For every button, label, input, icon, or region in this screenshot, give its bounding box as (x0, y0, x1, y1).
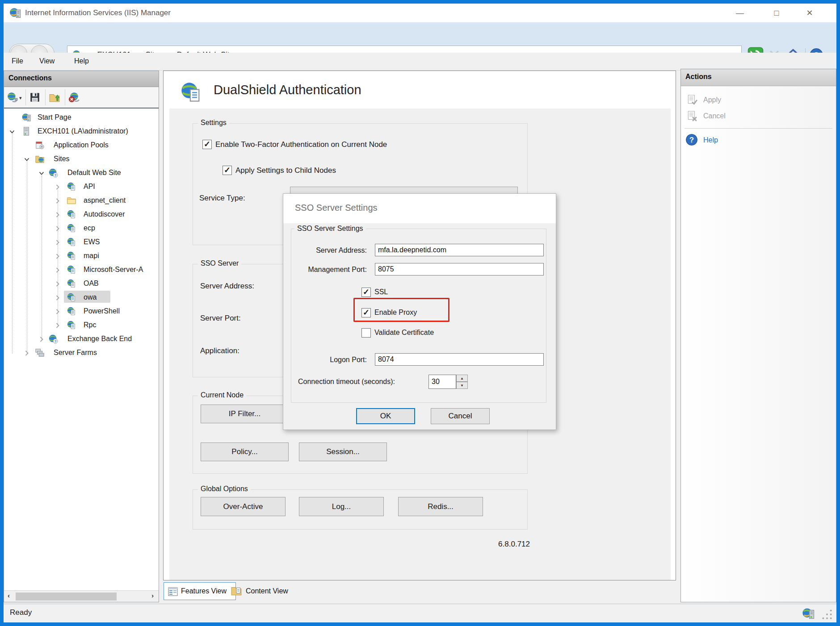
tree-item-mapi[interactable]: mapi (4, 250, 159, 263)
tree-item-server[interactable]: EXCH101 (LA\administrator) (4, 126, 159, 138)
policy-button[interactable]: Policy... (201, 442, 289, 461)
ssl-checkbox[interactable] (361, 288, 371, 297)
connections-tree: Start Page EXCH101 (LA\administrator) Ap… (4, 109, 159, 590)
tree-item-rpc[interactable]: Rpc (4, 320, 159, 332)
chevron-right-icon[interactable] (38, 336, 45, 343)
service-type-label: Service Type: (199, 194, 245, 203)
menu-view[interactable]: View (39, 57, 55, 65)
tree-item-exchange-back-end[interactable]: Exchange Back End (4, 334, 159, 346)
chevron-right-icon[interactable] (54, 322, 61, 329)
apply-child-nodes-checkbox[interactable] (223, 166, 232, 175)
tree-item-owa-selected[interactable]: owa (4, 292, 159, 305)
server-farms-icon (35, 348, 45, 358)
scroll-right-icon[interactable]: › (151, 592, 154, 599)
sso-server-group-label: SSO Server (198, 259, 241, 267)
spin-down-icon[interactable]: ▼ (456, 382, 468, 389)
actions-panel: Actions Apply Cancel Help (680, 69, 836, 602)
chevron-right-icon[interactable] (54, 280, 61, 288)
server-address-input[interactable] (375, 244, 544, 256)
tree-item-microsoft-server-activesync[interactable]: Microsoft-Server-A (4, 264, 159, 277)
chevron-down-icon[interactable] (8, 128, 16, 135)
tree-item-powershell[interactable]: PowerShell (4, 306, 159, 318)
tab-features-view[interactable]: Features View (164, 582, 236, 600)
dialog-server-address-label: Server Address: (288, 246, 367, 255)
tree-item-sites[interactable]: Sites (4, 154, 159, 166)
tree-item-label: Start Page (38, 113, 71, 121)
chevron-down-icon[interactable] (38, 170, 45, 177)
server-icon (21, 126, 31, 136)
close-button[interactable]: ✕ (801, 5, 819, 21)
chevron-right-icon[interactable] (54, 239, 61, 246)
tree-item-start-page[interactable]: Start Page (4, 112, 159, 125)
app-globe-icon (67, 306, 76, 316)
management-port-input[interactable] (375, 263, 544, 275)
enable-two-factor-label: Enable Two-Factor Authentication on Curr… (215, 140, 387, 149)
redis-button[interactable]: Redis... (398, 497, 483, 516)
chevron-right-icon[interactable] (54, 253, 61, 260)
chevron-right-icon[interactable] (54, 225, 61, 232)
features-view-label: Features View (181, 587, 227, 595)
connection-timeout-input[interactable] (428, 375, 456, 389)
resize-grip-icon[interactable] (821, 609, 833, 620)
remove-connection-icon[interactable] (68, 92, 80, 103)
tree-item-ecp[interactable]: ecp (4, 223, 159, 235)
scroll-left-icon[interactable]: ‹ (8, 592, 10, 599)
status-bar: Ready (4, 604, 836, 622)
ok-button[interactable]: OK (356, 408, 415, 424)
horizontal-scrollbar[interactable]: ‹ › (4, 590, 159, 602)
title-bar: Internet Information Services (IIS) Mana… (4, 4, 836, 22)
tree-item-aspnet-client[interactable]: aspnet_client (4, 195, 159, 208)
scrollbar-thumb[interactable] (16, 593, 117, 601)
chevron-right-icon[interactable] (23, 350, 30, 357)
maximize-button[interactable]: □ (768, 5, 785, 21)
tree-item-ews[interactable]: EWS (4, 237, 159, 249)
cancel-button[interactable]: Cancel (431, 408, 490, 424)
tree-item-label: EWS (84, 238, 100, 246)
save-connections-icon[interactable] (29, 92, 41, 103)
over-active-button[interactable]: Over-Active (201, 497, 286, 516)
actions-help[interactable]: Help (703, 136, 718, 144)
actions-apply[interactable]: Apply (703, 96, 721, 104)
tree-item-autodiscover[interactable]: Autodiscover (4, 209, 159, 221)
tree-item-default-web-site[interactable]: Default Web Site (4, 167, 159, 180)
ip-filter-button[interactable]: IP Filter... (201, 405, 289, 423)
dualshield-feature-icon (180, 81, 203, 104)
session-button[interactable]: Session... (299, 442, 387, 461)
validate-certificate-checkbox[interactable] (361, 328, 371, 338)
dialog-management-port-label: Management Port: (288, 266, 367, 274)
log-button[interactable]: Log... (299, 497, 384, 516)
actions-divider (685, 128, 832, 129)
chevron-right-icon[interactable] (54, 294, 61, 301)
logon-port-input[interactable] (375, 353, 544, 366)
chevron-right-icon[interactable] (54, 184, 61, 191)
tree-item-label: Application Pools (54, 141, 109, 149)
validate-certificate-label: Validate Certificate (374, 329, 434, 337)
tab-content-view[interactable]: Content View (246, 587, 288, 595)
spin-up-icon[interactable]: ▲ (456, 375, 468, 382)
actions-cancel[interactable]: Cancel (703, 112, 726, 120)
minimize-button[interactable]: — (731, 5, 749, 21)
tree-item-api[interactable]: API (4, 181, 159, 194)
connections-panel: Connections ▾ Start Page (4, 71, 159, 602)
tree-item-server-farms[interactable]: Server Farms (4, 347, 159, 360)
chevron-right-icon[interactable] (54, 308, 61, 315)
chevron-right-icon[interactable] (54, 267, 61, 274)
menu-help[interactable]: Help (74, 57, 89, 65)
tree-item-oab[interactable]: OAB (4, 278, 159, 291)
tree-item-application-pools[interactable]: Application Pools (4, 140, 159, 152)
menu-file[interactable]: File (12, 57, 23, 65)
chevron-right-icon[interactable] (54, 211, 61, 218)
chevron-right-icon[interactable] (54, 197, 61, 204)
connections-toolbar: ▾ (4, 87, 159, 108)
chevron-down-icon[interactable] (23, 156, 30, 163)
content-view-icon[interactable] (231, 585, 242, 597)
enable-two-factor-checkbox[interactable] (202, 140, 212, 149)
features-view-icon (168, 586, 178, 597)
browse-folder-icon[interactable] (49, 92, 60, 103)
iis-manager-window: Internet Information Services (IIS) Mana… (4, 4, 836, 622)
create-connection-caret-icon[interactable]: ▾ (19, 95, 22, 101)
app-globe-icon (67, 223, 76, 233)
timeout-spinner: ▲ ▼ (456, 375, 468, 389)
dialog-group-label: SSO Server Settings (294, 225, 366, 233)
create-connection-icon[interactable] (7, 92, 18, 103)
